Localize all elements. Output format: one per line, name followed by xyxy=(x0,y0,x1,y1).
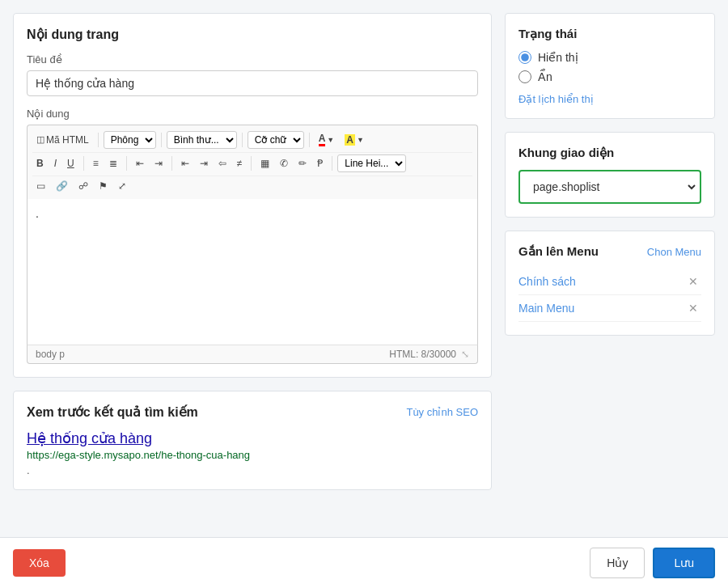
editor-path: body p xyxy=(36,349,65,360)
seo-card: Xem trước kết quả tìm kiếm Tùy chỉnh SEO… xyxy=(13,391,492,490)
toolbar-unlink-btn[interactable]: ☍ xyxy=(74,178,92,194)
menu-card-title: Gắn lên Menu xyxy=(518,244,599,259)
toolbar-divider-7 xyxy=(171,156,172,171)
toolbar-ol-btn[interactable]: ≡ xyxy=(89,155,103,171)
menu-card: Gắn lên Menu Chon Menu Chính sách ✕ Main… xyxy=(505,231,715,336)
toolbar-table-btn[interactable]: ▦ xyxy=(256,155,273,171)
seo-preview-url: https://ega-style.mysapo.net/he-thong-cu… xyxy=(27,449,478,461)
toolbar-indent-btn[interactable]: ⇥ xyxy=(150,155,167,171)
toolbar-italic-btn[interactable]: I xyxy=(50,155,61,171)
toolbar-divider-4 xyxy=(309,133,310,147)
status-card: Trạng thái Hiển thị Ẩn Đặt lịch hiển thị xyxy=(505,13,715,119)
status-show-label: Hiển thị xyxy=(538,51,578,64)
menu-item-chinh-sach-remove[interactable]: ✕ xyxy=(685,273,701,290)
status-hide-radio[interactable] xyxy=(518,70,531,83)
content-card: Nội dung trang Tiêu đề Nội dung ◫ Mã HTM… xyxy=(13,13,492,378)
editor-toolbar: ◫ Mã HTML Phông Bình thư... xyxy=(27,125,478,199)
toolbar-font-select[interactable]: Phông xyxy=(104,131,156,149)
toolbar-size-select[interactable]: Cỡ chữ xyxy=(248,131,304,149)
editor-content: . xyxy=(36,207,469,220)
menu-item-chinh-sach-link[interactable]: Chính sách xyxy=(518,275,576,288)
toolbar-font-color-btn[interactable]: A ▼ xyxy=(315,130,339,149)
chon-menu-link[interactable]: Chon Menu xyxy=(647,246,701,258)
toolbar-ul-btn[interactable]: ≣ xyxy=(105,155,121,171)
toolbar-align-justify-btn[interactable]: ≠ xyxy=(233,155,247,171)
toolbar-divider-1 xyxy=(98,133,99,147)
status-show-option[interactable]: Hiển thị xyxy=(518,51,701,64)
toolbar-divider-8 xyxy=(251,156,252,171)
editor-resize-handle[interactable]: ⤡ xyxy=(461,349,469,360)
toolbar-align-left-btn[interactable]: ⇤ xyxy=(177,155,193,171)
seo-preview-desc: . xyxy=(27,464,478,476)
editor-char-count: HTML: 8/30000 xyxy=(389,349,456,360)
seo-preview-title: Hệ thống cửa hàng xyxy=(27,429,478,447)
action-buttons: Hủy Lưu xyxy=(590,548,715,578)
delete-button[interactable]: Xóa xyxy=(13,549,66,577)
toolbar-divider-9 xyxy=(332,156,332,171)
toolbar-html-btn[interactable]: ◫ Mã HTML xyxy=(32,132,93,148)
toolbar-image-btn[interactable]: ✆ xyxy=(276,155,292,171)
status-hide-option[interactable]: Ẩn xyxy=(518,70,701,83)
schedule-link[interactable]: Đặt lịch hiển thị xyxy=(518,93,594,105)
toolbar-align-right-btn[interactable]: ⇦ xyxy=(214,155,231,171)
menu-item-chinh-sach: Chính sách ✕ xyxy=(518,269,701,295)
toolbar-flag-btn[interactable]: ⚑ xyxy=(95,178,112,194)
seo-customize-link[interactable]: Tùy chỉnh SEO xyxy=(406,406,478,418)
seo-card-header: Xem trước kết quả tìm kiếm Tùy chỉnh SEO xyxy=(27,404,478,420)
toolbar-bold-btn[interactable]: B xyxy=(32,155,48,171)
status-show-radio[interactable] xyxy=(518,51,531,64)
status-hide-label: Ẩn xyxy=(538,70,552,83)
editor-footer: body p HTML: 8/30000 ⤡ xyxy=(27,345,478,364)
status-card-title: Trạng thái xyxy=(518,27,701,41)
toolbar-row-3: ▭ 🔗 ☍ ⚑ ⤢ xyxy=(32,176,472,196)
toolbar-divider-5 xyxy=(83,156,84,171)
toolbar-divider-6 xyxy=(126,156,127,171)
theme-card: Khung giao diện page.shoplist xyxy=(505,132,715,218)
editor-footer-right: HTML: 8/30000 ⤡ xyxy=(389,349,469,360)
cancel-button[interactable]: Hủy xyxy=(590,548,645,578)
toolbar-pencil-btn[interactable]: ✏ xyxy=(294,155,311,171)
toolbar-link-btn[interactable]: 🔗 xyxy=(52,178,72,194)
toolbar-lineheight-select[interactable]: Line Hei... xyxy=(337,154,406,172)
toolbar-row-2: B I U ≡ ≣ ⇤ ⇥ ⇤ ⇥ ⇦ xyxy=(32,152,472,174)
menu-item-main-menu-remove[interactable]: ✕ xyxy=(685,300,701,316)
menu-item-main-menu: Main Menu ✕ xyxy=(518,295,701,322)
editor-body[interactable]: . xyxy=(27,199,478,345)
toolbar-underline-btn[interactable]: U xyxy=(63,155,78,171)
toolbar-fullscreen-btn[interactable]: ⤢ xyxy=(114,178,130,194)
theme-card-title: Khung giao diện xyxy=(518,146,701,160)
toolbar-bg-color-btn[interactable]: A ▼ xyxy=(341,132,368,148)
editor-section: Nội dung ◫ Mã HTML Phông xyxy=(27,108,478,364)
toolbar-divider-2 xyxy=(161,133,162,147)
content-card-title: Nội dung trang xyxy=(27,27,478,42)
toolbar-outdent-btn[interactable]: ⇤ xyxy=(132,155,148,171)
menu-card-header: Gắn lên Menu Chon Menu xyxy=(518,244,701,259)
toolbar-clear-btn[interactable]: Ᵽ xyxy=(313,155,327,171)
toolbar-format-select[interactable]: Bình thư... xyxy=(167,131,237,149)
theme-select[interactable]: page.shoplist xyxy=(522,173,698,201)
toolbar-row-1: ◫ Mã HTML Phông Bình thư... xyxy=(32,129,472,150)
toolbar-align-center-btn[interactable]: ⇥ xyxy=(196,155,212,171)
toolbar-code-btn[interactable]: ▭ xyxy=(32,178,49,194)
toolbar-divider-3 xyxy=(242,133,243,147)
title-input[interactable] xyxy=(27,70,478,96)
title-label: Tiêu đề xyxy=(27,53,478,66)
seo-card-title: Xem trước kết quả tìm kiếm xyxy=(27,404,198,420)
theme-select-wrapper: page.shoplist xyxy=(518,170,701,204)
content-label: Nội dung xyxy=(27,108,478,120)
menu-item-main-menu-link[interactable]: Main Menu xyxy=(518,302,574,315)
save-button[interactable]: Lưu xyxy=(653,548,715,578)
bottom-bar: Xóa Hủy Lưu xyxy=(0,537,728,588)
